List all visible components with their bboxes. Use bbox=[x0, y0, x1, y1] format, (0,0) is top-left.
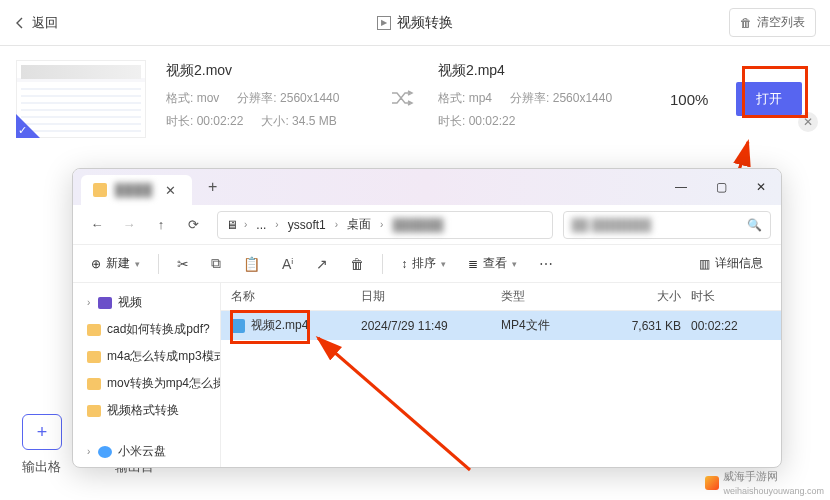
col-size[interactable]: 大小 bbox=[601, 288, 691, 305]
breadcrumb[interactable]: 桌面 bbox=[344, 214, 374, 235]
play-icon: ▶ bbox=[377, 16, 391, 30]
close-window-button[interactable]: ✕ bbox=[741, 169, 781, 205]
sidebar-item-folder[interactable]: 视频格式转换 bbox=[73, 397, 220, 424]
maximize-button[interactable]: ▢ bbox=[701, 169, 741, 205]
col-duration[interactable]: 时长 bbox=[691, 288, 771, 305]
trash-icon: 🗑 bbox=[740, 16, 752, 30]
cloud-icon bbox=[98, 446, 112, 458]
copy-button[interactable]: ⧉ bbox=[203, 250, 229, 278]
nav-back-button[interactable]: ← bbox=[83, 211, 111, 239]
list-header: 名称 日期 类型 大小 时长 bbox=[221, 283, 781, 311]
file-explorer-window: ████ ✕ + — ▢ ✕ ← → ↑ ⟳ 🖥 › ... › yssoft1… bbox=[72, 168, 782, 468]
search-icon: 🔍 bbox=[747, 218, 762, 232]
sort-button[interactable]: ↕ 排序 ▾ bbox=[393, 250, 454, 278]
monitor-icon: 🖥 bbox=[226, 218, 238, 232]
watermark-logo-icon bbox=[705, 476, 719, 490]
video-file-icon bbox=[231, 319, 245, 333]
folder-icon bbox=[87, 405, 101, 417]
folder-icon bbox=[87, 378, 101, 390]
clear-list-button[interactable]: 🗑 清空列表 bbox=[729, 8, 816, 37]
details-pane-button[interactable]: ▥ 详细信息 bbox=[691, 250, 771, 278]
search-input[interactable]: ██ ███████ 🔍 bbox=[563, 211, 772, 239]
rename-button[interactable]: Aⁱ bbox=[274, 250, 302, 278]
explorer-tab[interactable]: ████ ✕ bbox=[81, 175, 192, 205]
explorer-sidebar: ›视频 cad如何转换成pdf? m4a怎么转成mp3模式? mov转换为mp4… bbox=[73, 283, 221, 467]
remove-item-button[interactable]: ✕ bbox=[798, 112, 818, 132]
share-button[interactable]: ↗ bbox=[308, 250, 336, 278]
target-filename: 视频2.mp4 bbox=[438, 62, 658, 80]
plus-icon: ⊕ bbox=[91, 257, 101, 271]
watermark: 威海手游网weihaishouyouwang.com bbox=[705, 469, 824, 496]
chevron-left-icon bbox=[14, 17, 26, 29]
sidebar-item-folder[interactable]: m4a怎么转成mp3模式? bbox=[73, 343, 220, 370]
file-row[interactable]: 视频2.mp4 2024/7/29 11:49 MP4文件 7,631 KB 0… bbox=[221, 311, 781, 340]
page-title: ▶ 视频转换 bbox=[377, 14, 453, 32]
add-file-button[interactable]: + bbox=[22, 414, 62, 450]
selected-badge bbox=[16, 114, 40, 138]
file-size: 7,631 KB bbox=[601, 319, 691, 333]
paste-button[interactable]: 📋 bbox=[235, 250, 268, 278]
open-button[interactable]: 打开 bbox=[736, 82, 802, 116]
explorer-titlebar[interactable]: ████ ✕ + — ▢ ✕ bbox=[73, 169, 781, 205]
nav-refresh-button[interactable]: ⟳ bbox=[179, 211, 207, 239]
delete-button[interactable]: 🗑 bbox=[342, 250, 372, 278]
breadcrumb[interactable]: yssoft1 bbox=[285, 216, 329, 234]
col-name[interactable]: 名称 bbox=[231, 288, 361, 305]
breadcrumb[interactable]: ... bbox=[253, 216, 269, 234]
file-duration: 00:02:22 bbox=[691, 319, 771, 333]
back-button[interactable]: 返回 bbox=[14, 14, 58, 32]
address-bar[interactable]: 🖥 › ... › yssoft1 › 桌面 › ██████ bbox=[217, 211, 553, 239]
sidebar-item-cloud[interactable]: ›小米云盘 bbox=[73, 438, 220, 465]
cut-button[interactable]: ✂ bbox=[169, 250, 197, 278]
tab-title: ████ bbox=[115, 183, 153, 197]
nav-forward-button[interactable]: → bbox=[115, 211, 143, 239]
back-label: 返回 bbox=[32, 14, 58, 32]
nav-up-button[interactable]: ↑ bbox=[147, 211, 175, 239]
progress-percent: 100% bbox=[670, 91, 708, 108]
new-button[interactable]: ⊕新建▾ bbox=[83, 250, 148, 278]
col-date[interactable]: 日期 bbox=[361, 288, 501, 305]
source-filename: 视频2.mov bbox=[166, 62, 386, 80]
folder-icon bbox=[93, 183, 107, 197]
conversion-item: 视频2.mov 格式: mov 分辨率: 2560x1440 时长: 00:02… bbox=[0, 46, 830, 152]
folder-icon bbox=[87, 351, 101, 363]
file-name: 视频2.mp4 bbox=[251, 317, 308, 334]
sidebar-item-pc[interactable]: ›此电脑 bbox=[73, 465, 220, 467]
sidebar-item-folder[interactable]: mov转换为mp4怎么操作 bbox=[73, 370, 220, 397]
tab-close-icon[interactable]: ✕ bbox=[161, 183, 180, 198]
breadcrumb[interactable]: ██████ bbox=[389, 216, 446, 234]
file-list: 名称 日期 类型 大小 时长 视频2.mp4 2024/7/29 11:49 M… bbox=[221, 283, 781, 467]
target-info: 视频2.mp4 格式: mp4 分辨率: 2560x1440 时长: 00:02… bbox=[438, 62, 658, 136]
file-date: 2024/7/29 11:49 bbox=[361, 319, 501, 333]
view-button[interactable]: ≣ 查看 ▾ bbox=[460, 250, 525, 278]
minimize-button[interactable]: — bbox=[661, 169, 701, 205]
source-info: 视频2.mov 格式: mov 分辨率: 2560x1440 时长: 00:02… bbox=[166, 62, 386, 136]
folder-icon bbox=[87, 324, 101, 336]
file-type: MP4文件 bbox=[501, 317, 601, 334]
sidebar-item-folder[interactable]: cad如何转换成pdf? bbox=[73, 316, 220, 343]
sidebar-item-videos[interactable]: ›视频 bbox=[73, 289, 220, 316]
shuffle-icon[interactable] bbox=[390, 90, 414, 109]
video-folder-icon bbox=[98, 297, 112, 309]
col-type[interactable]: 类型 bbox=[501, 288, 601, 305]
new-tab-button[interactable]: + bbox=[200, 174, 225, 200]
more-button[interactable]: ⋯ bbox=[531, 250, 561, 278]
